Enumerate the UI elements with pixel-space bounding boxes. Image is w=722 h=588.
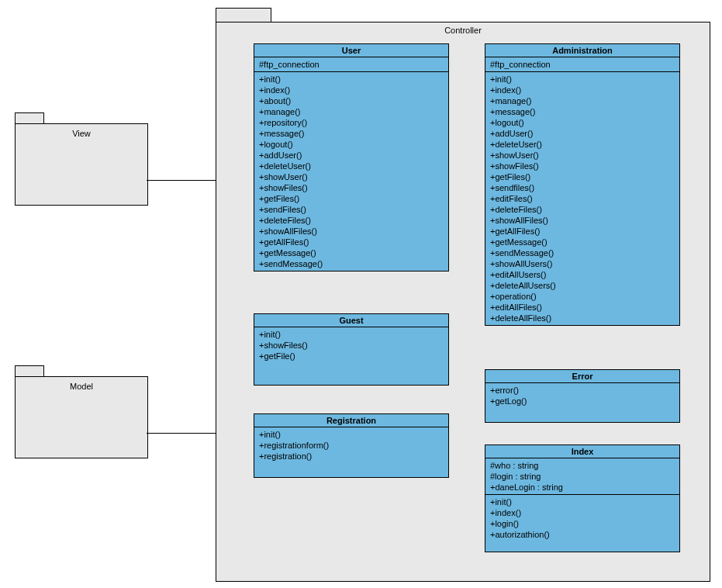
package-model-label: Model [16,382,147,391]
connector-view-controller [147,180,216,181]
class-method: +registration() [259,451,444,462]
class-guest-title: Guest [254,314,448,327]
class-method: +sendMessage() [259,258,444,269]
class-user: User #ftp_connection +init() +index() +a… [254,43,449,272]
class-method: +getAllFiles() [490,226,675,237]
class-method: +manage() [259,106,444,117]
class-method: +init() [259,329,444,340]
class-attr: #ftp_connection [490,59,675,70]
class-user-methods: +init() +index() +about() +manage() +rep… [254,72,448,271]
class-method: +showFiles() [259,182,444,193]
class-method: +deleteAllFiles() [490,313,675,323]
class-registration-title: Registration [254,414,448,427]
class-method: +showFiles() [259,340,444,351]
class-error: Error +error() +getLog() [485,369,680,423]
class-administration: Administration #ftp_connection +init() +… [485,43,680,326]
class-method: +deleteFiles() [259,215,444,226]
class-index-methods: +init() +index() +login() +autorizathion… [485,495,679,552]
class-administration-attrs: #ftp_connection [485,57,679,72]
class-method: +addUser() [490,128,675,139]
class-user-title: User [254,44,448,57]
class-method: +manage() [490,95,675,106]
class-method: +message() [259,128,444,139]
package-controller-label: Controller [216,26,710,35]
package-model-tab [15,365,44,377]
connector-model-controller [147,433,216,434]
class-index-attrs: #who : string #login : string +daneLogin… [485,458,679,495]
class-method: +init() [259,74,444,85]
package-view-label: View [16,129,147,138]
class-method: +showUser() [490,150,675,161]
class-method: +index() [490,85,675,95]
class-error-title: Error [485,370,679,383]
class-attr: +daneLogin : string [490,482,675,493]
class-method: +about() [259,95,444,106]
class-method: +sendfiles() [490,182,675,193]
class-method: +getAllFiles() [259,237,444,247]
class-registration: Registration +init() +registrationform()… [254,413,449,478]
class-method: +error() [490,385,675,396]
class-method: +editFiles() [490,193,675,204]
class-guest: Guest +init() +showFiles() +getFile() [254,313,449,386]
class-method: +repository() [259,117,444,128]
class-index-title: Index [485,445,679,458]
class-guest-methods: +init() +showFiles() +getFile() [254,327,448,385]
class-method: +editAllUsers() [490,269,675,280]
class-method: +showUser() [259,171,444,182]
class-method: +showAllFiles() [259,226,444,237]
class-method: +getFile() [259,351,444,361]
class-attr: #login : string [490,471,675,482]
class-attr: #who : string [490,460,675,471]
class-method: +sendFiles() [259,204,444,215]
class-method: +getLog() [490,396,675,406]
class-method: +showAllUsers() [490,258,675,269]
class-method: +index() [490,507,675,518]
class-method: +getFiles() [490,171,675,182]
class-method: +init() [490,496,675,507]
class-method: +init() [490,74,675,85]
class-method: +logout() [490,117,675,128]
package-view: View [15,123,148,206]
class-method: +deleteFiles() [490,204,675,215]
class-index: Index #who : string #login : string +dan… [485,444,680,552]
class-method: +getMessage() [490,237,675,247]
class-user-attrs: #ftp_connection [254,57,448,72]
class-method: +operation() [490,291,675,302]
class-method: +message() [490,106,675,117]
class-method: +index() [259,85,444,95]
class-method: +deleteUser() [259,161,444,171]
package-view-tab [15,112,44,124]
class-method: +deleteAllUsers() [490,280,675,291]
class-method: +autorizathion() [490,529,675,540]
class-method: +showFiles() [490,161,675,171]
class-method: +logout() [259,139,444,150]
class-method: +init() [259,429,444,440]
class-attr: #ftp_connection [259,59,444,70]
class-method: +sendMessage() [490,247,675,258]
class-method: +addUser() [259,150,444,161]
class-method: +login() [490,518,675,529]
class-method: +getMessage() [259,247,444,258]
class-method: +editAllFiles() [490,302,675,313]
class-error-methods: +error() +getLog() [485,383,679,422]
package-model: Model [15,376,148,458]
class-administration-methods: +init() +index() +manage() +message() +l… [485,72,679,325]
package-controller-tab [216,8,271,22]
class-method: +registrationform() [259,440,444,451]
class-administration-title: Administration [485,44,679,57]
class-method: +getFiles() [259,193,444,204]
class-registration-methods: +init() +registrationform() +registratio… [254,427,448,477]
class-method: +deleteUser() [490,139,675,150]
class-method: +showAllFiles() [490,215,675,226]
